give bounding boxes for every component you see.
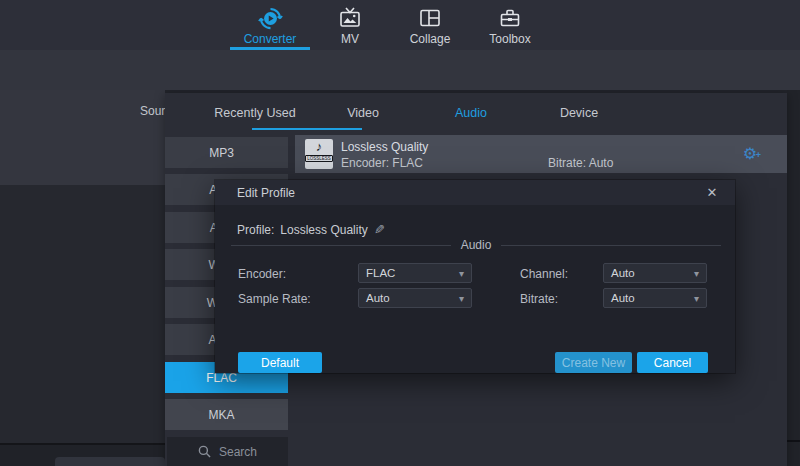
nav-tab-toolbox[interactable]: Toolbox [470,0,550,50]
audio-section-separator: Audio [231,238,721,252]
channel-dropdown[interactable]: Auto ▾ [603,263,707,283]
sample-rate-dropdown[interactable]: Auto ▾ [358,288,472,308]
toolbar [0,50,800,90]
profile-value: Lossless Quality [280,223,367,237]
mv-icon [338,5,362,31]
profile-row-title: Lossless Quality [341,140,428,154]
top-nav-bar: Converter MV Collage [0,0,800,50]
sample-rate-value: Auto [366,292,459,304]
edit-pencil-icon[interactable]: ✎ [374,222,385,237]
sample-rate-label: Sample Rate: [238,292,311,306]
profile-row-lossless[interactable]: ♪ LOSSLESS Lossless Quality Encoder: FLA… [295,135,787,173]
encoder-dropdown[interactable]: FLAC ▾ [358,263,472,283]
encoder-label: Encoder: [238,267,286,281]
cancel-button[interactable]: Cancel [637,352,708,373]
search-label: Search [219,445,257,459]
dialog-header: Edit Profile [215,180,735,205]
tab-video[interactable]: Video [309,93,417,133]
bitrate-caret-icon: ▾ [694,293,699,304]
edit-profile-gear-icon[interactable]: ⚙ + [739,143,761,165]
sidebar-item-mp3[interactable]: MP3 [165,137,288,168]
converter-app-window: Converter MV Collage [0,0,800,466]
bitrate-value: Auto [611,292,694,304]
format-search-box[interactable]: Search [167,437,288,466]
toolbox-icon [498,5,522,31]
edit-profile-dialog: Edit Profile ✕ Profile: Lossless Quality… [215,180,735,373]
sidebar-item-mka[interactable]: MKA [165,399,288,430]
nav-tab-mv[interactable]: MV [310,0,390,50]
right-divider-line [787,440,800,442]
create-new-button[interactable]: Create New [555,352,632,373]
bitrate-label: Bitrate: [520,292,558,306]
converter-icon [258,5,283,31]
profile-label: Profile: [237,223,274,237]
dialog-title: Edit Profile [237,186,295,200]
tab-device[interactable]: Device [525,93,633,133]
nav-label-toolbox: Toolbox [489,32,530,46]
tab-recently-used[interactable]: Recently Used [201,93,309,133]
channel-value: Auto [611,267,694,279]
profile-row-bitrate: Bitrate: Auto [548,156,613,170]
bitrate-dropdown[interactable]: Auto ▾ [603,288,707,308]
channel-label: Channel: [520,267,568,281]
profile-name-line: Profile: Lossless Quality ✎ [237,222,385,237]
nav-label-mv: MV [341,32,359,46]
encoder-value: FLAC [366,267,459,279]
nav-tab-converter[interactable]: Converter [230,0,310,50]
partial-next-item [55,457,165,466]
right-background-strip [787,90,800,466]
lossless-badge-icon: ♪ LOSSLESS [305,139,333,169]
search-icon [198,445,211,458]
sample-rate-caret-icon: ▾ [459,293,464,304]
profile-row-encoder: Encoder: FLAC [341,156,423,170]
audio-tab-underline [252,128,362,130]
encoder-caret-icon: ▾ [459,268,464,279]
close-icon[interactable]: ✕ [703,184,721,202]
collage-icon [418,5,442,31]
tab-audio[interactable]: Audio [417,93,525,133]
nav-tab-collage[interactable]: Collage [390,0,470,50]
format-panel-tabs: Recently Used Video Audio Device [201,93,633,133]
channel-caret-icon: ▾ [694,268,699,279]
default-button[interactable]: Default [238,352,322,373]
section-title: Audio [461,238,492,252]
file-list-background [0,185,165,443]
nav-label-collage: Collage [410,32,451,46]
nav-label-converter: Converter [244,32,297,46]
